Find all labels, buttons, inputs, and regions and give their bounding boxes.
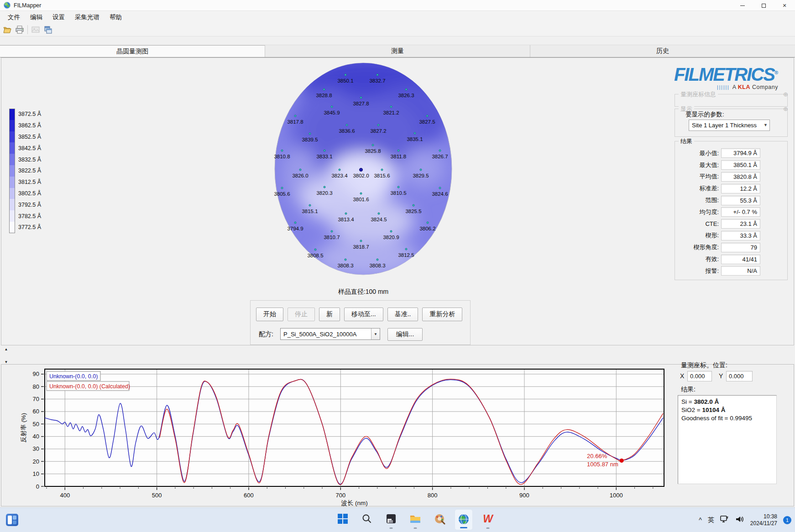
volume-icon[interactable] [735, 515, 744, 525]
control-button-5[interactable]: 重新分析 [422, 308, 462, 321]
chevron-down-icon[interactable]: ▼ [371, 329, 380, 339]
wafer-point-dot[interactable] [377, 74, 379, 76]
x-input[interactable]: 0.000 [687, 371, 712, 381]
wafer-point-dot[interactable] [359, 168, 363, 172]
wafer-point-dot[interactable] [360, 193, 362, 195]
result-label: 标准差: [680, 184, 719, 193]
open-file-icon[interactable] [2, 24, 13, 35]
wafer-point-dot[interactable] [427, 222, 429, 224]
y-input[interactable]: 0.000 [726, 371, 753, 381]
wafer-point-dot[interactable] [324, 186, 326, 188]
file-explorer-button[interactable] [406, 509, 424, 530]
menu-item-1[interactable]: 编辑 [25, 12, 47, 23]
wafer-point-dot[interactable] [345, 213, 347, 215]
wafer-point-dot[interactable] [360, 97, 362, 99]
wafer-point-dot[interactable] [299, 169, 302, 171]
wafer-point-value: 3806.2 [419, 226, 435, 231]
minimize-button[interactable] [732, 0, 753, 11]
wafer-point-dot[interactable] [281, 187, 283, 189]
menu-item-3[interactable]: 采集光谱 [70, 12, 105, 23]
windows-icon [336, 512, 349, 525]
wafer-point-dot[interactable] [420, 169, 422, 171]
wafer-point-dot[interactable] [405, 89, 408, 91]
wafer-point-dot[interactable] [426, 115, 429, 117]
paint-app-button[interactable] [430, 509, 449, 530]
wafer-point-dot[interactable] [345, 259, 347, 261]
widgets-icon[interactable] [6, 514, 18, 526]
wafer-point-dot[interactable] [398, 186, 400, 188]
wafer-point-dot[interactable] [345, 74, 347, 76]
wafer-point-value: 3824.6 [432, 191, 448, 197]
expand-icon[interactable]: ⊕ [783, 105, 788, 112]
taskbar-app-photos[interactable] [382, 509, 400, 530]
wafer-point-dot[interactable] [309, 133, 311, 135]
wafer-point-dot[interactable] [390, 230, 392, 233]
filmapper-taskbar-button[interactable] [455, 509, 473, 530]
tab-1[interactable]: 测量 [265, 45, 530, 57]
wafer-point-dot[interactable] [390, 106, 392, 108]
wafer-point-dot[interactable] [378, 213, 380, 215]
result-value: 12.2 Å [721, 184, 760, 193]
input-language-indicator[interactable]: 英 [708, 516, 714, 524]
wafer-point-dot[interactable] [377, 259, 379, 261]
recipe-select[interactable]: P_Si_5000A_SiO2_10000A ▼ [280, 328, 380, 340]
wafer-point-dot[interactable] [398, 150, 400, 152]
wps-office-button[interactable]: W [479, 509, 497, 530]
maximize-button[interactable] [753, 0, 774, 11]
edit-recipe-button[interactable]: 编辑... [387, 328, 423, 341]
wafer-point-value: 3813.4 [338, 217, 354, 222]
wafer-point-value: 3850.1 [337, 78, 353, 83]
wafer-point-dot[interactable] [413, 204, 415, 207]
menu-item-2[interactable]: 设置 [47, 12, 70, 23]
result-label: CTE: [680, 220, 719, 227]
notification-badge[interactable]: 1 [783, 516, 791, 524]
wafer-point-dot[interactable] [323, 89, 325, 91]
tray-expand-icon[interactable]: ^ [699, 516, 702, 524]
wafer-point-dot[interactable] [294, 115, 297, 117]
snapshot-icon[interactable] [30, 24, 41, 35]
copy-window-icon[interactable] [42, 24, 53, 35]
wafer-point-dot[interactable] [381, 169, 383, 171]
wafer-point-dot[interactable] [372, 144, 374, 146]
splitter-up-arrow[interactable]: ▲ [3, 346, 10, 352]
scale-label: 3822.5 Å [18, 167, 41, 174]
start-button[interactable] [334, 509, 352, 530]
scale-swatch [9, 210, 15, 222]
wafer-point-dot[interactable] [281, 150, 283, 152]
wafer-point-value: 3820.3 [316, 190, 332, 196]
wafer-point-dot[interactable] [314, 249, 317, 251]
menu-item-4[interactable]: 帮助 [105, 12, 127, 23]
print-icon[interactable] [14, 24, 25, 35]
wafer-point-value: 3810.5 [390, 190, 406, 196]
wafer-point-dot[interactable] [439, 150, 441, 152]
result-value: 55.3 Å [721, 196, 760, 205]
y-tick-label: 20 [33, 458, 39, 465]
taskbar-clock[interactable]: 10:38 2024/11/27 [750, 513, 777, 527]
param-select[interactable]: Site 1 Layer 1 Thickness ▼ [689, 120, 770, 131]
tab-0[interactable]: 晶圆量测图 [0, 45, 265, 57]
wafer-point-dot[interactable] [331, 106, 333, 108]
control-button-3[interactable]: 移动至... [344, 308, 383, 321]
wafer-point-dot[interactable] [331, 230, 333, 233]
wafer-point-dot[interactable] [324, 150, 326, 152]
wafer-point-dot[interactable] [309, 204, 311, 207]
close-button[interactable]: ✕ [774, 0, 795, 11]
network-icon[interactable] [720, 515, 729, 525]
wafer-point-dot[interactable] [294, 222, 297, 224]
wafer-point-dot[interactable] [377, 124, 380, 126]
wafer-point-dot[interactable] [339, 169, 341, 171]
spectrum-chart[interactable]: 0102030405060708090400500600700800900100… [14, 365, 680, 507]
wafer-point-dot[interactable] [346, 124, 348, 126]
control-button-0[interactable]: 开始 [256, 308, 283, 321]
control-button-4[interactable]: 基准.. [387, 308, 418, 321]
wafer-point-dot[interactable] [439, 187, 441, 189]
menu-item-0[interactable]: 文件 [3, 12, 25, 23]
search-button[interactable] [358, 509, 376, 530]
expand-icon[interactable]: ⊕ [783, 91, 788, 98]
wafer-point-dot[interactable] [405, 248, 408, 250]
wafer-point-dot[interactable] [414, 132, 416, 135]
tab-2[interactable]: 历史 [530, 45, 795, 57]
scale-swatch [9, 154, 15, 165]
wafer-point-dot[interactable] [360, 240, 362, 242]
control-button-2[interactable]: 新 [319, 308, 340, 321]
